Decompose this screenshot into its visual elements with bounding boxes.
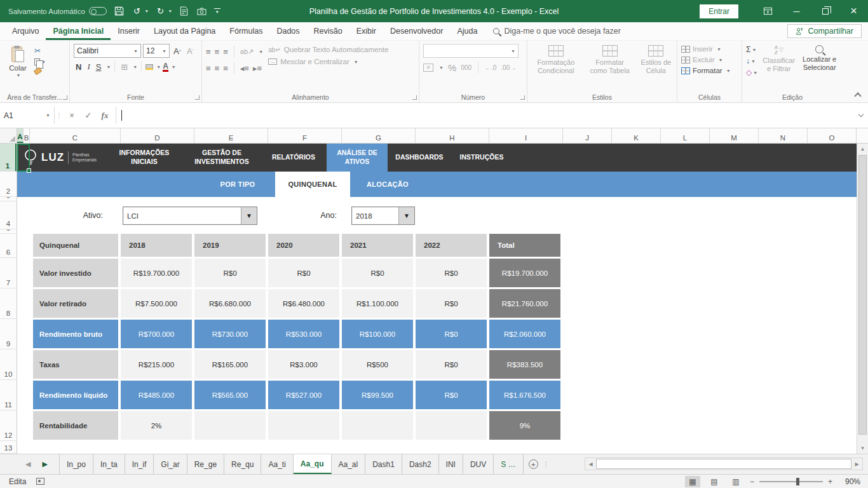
tab-dados[interactable]: Dados (269, 22, 306, 40)
page-break-view-icon[interactable]: ▥ (728, 476, 743, 487)
sheet-tab-in-if[interactable]: In_if (125, 454, 154, 474)
ano-dropdown[interactable]: 2018 ▼ (351, 207, 415, 225)
horizontal-scroll-thumb[interactable] (596, 459, 851, 469)
tab-ajuda[interactable]: Ajuda (450, 22, 484, 40)
align-top-icon[interactable]: ≡ (206, 47, 211, 57)
cancel-entry-icon[interactable]: × (64, 111, 80, 120)
formula-input[interactable] (116, 107, 854, 124)
comma-style-icon[interactable]: 000 (461, 64, 471, 71)
restore-button[interactable] (811, 0, 839, 22)
tab-inserir[interactable]: Inserir (111, 22, 147, 40)
font-color-icon[interactable]: A (163, 62, 168, 72)
column-header-j[interactable]: J (563, 128, 612, 143)
align-center-icon[interactable]: ≡ (215, 64, 220, 73)
ativo-dropdown[interactable]: LCI ▼ (123, 207, 257, 225)
zoom-in-icon[interactable]: + (828, 477, 832, 486)
column-header-a[interactable]: A (17, 128, 24, 143)
column-header-m[interactable]: M (710, 128, 759, 143)
undo-dropdown-icon[interactable]: ▾ (146, 8, 148, 14)
accounting-format-icon[interactable]: ¤ (423, 64, 433, 72)
percent-style-icon[interactable]: % (448, 62, 456, 73)
row-header-6[interactable]: 6 (0, 234, 17, 258)
enter-entry-icon[interactable]: ✓ (80, 111, 97, 120)
fill-button[interactable]: ↓▼ (746, 57, 757, 65)
ano-dropdown-arrow-icon[interactable]: ▼ (398, 207, 414, 224)
sign-in-button[interactable]: Entrar (700, 4, 738, 18)
undo-icon[interactable]: ↺ (132, 6, 142, 17)
subtab-quinquenal[interactable]: QUINQUENAL (275, 172, 350, 197)
customize-qat-icon[interactable]: ▾ (214, 8, 220, 15)
nav-tab-instrucoes[interactable]: INSTRUÇÕES (451, 144, 512, 172)
select-all-corner[interactable] (0, 128, 17, 143)
bold-button[interactable]: N (74, 62, 83, 72)
sheet-tab-re-ge[interactable]: Re_ge (187, 454, 224, 474)
font-dialog-launcher[interactable] (195, 95, 200, 100)
name-box[interactable]: A1 ▼ (0, 107, 55, 124)
row-header-5[interactable]: 5 (0, 229, 17, 234)
normal-view-icon[interactable]: ▦ (685, 476, 700, 487)
font-size-combo[interactable]: 12▼ (143, 44, 170, 58)
sheet-tab-gi-ar[interactable]: Gi_ar (154, 454, 187, 474)
format-as-table-button[interactable]: Formatar como Tabela (587, 45, 633, 75)
column-header-b[interactable]: B (24, 128, 30, 143)
sheet-tab-dash1[interactable]: Dash1 (365, 454, 402, 474)
autosave-toggle[interactable]: Salvamento Automático (8, 7, 107, 15)
number-format-combo[interactable]: ▼ (423, 44, 519, 58)
align-middle-icon[interactable]: ≡ (215, 47, 220, 57)
tab-desenvolvedor[interactable]: Desenvolvedor (383, 22, 450, 40)
paste-button[interactable]: Colar ▼ (4, 44, 32, 92)
align-left-icon[interactable]: ≡ (206, 64, 211, 73)
sheet-tab-s[interactable]: S … (494, 454, 523, 474)
zoom-slider-track[interactable] (759, 481, 823, 482)
find-select-button[interactable]: Localizar e Selecionar (800, 45, 839, 77)
font-name-combo[interactable]: Calibri▼ (74, 44, 141, 58)
page-layout-view-icon[interactable]: ▤ (707, 476, 722, 487)
ribbon-display-options-icon[interactable] (754, 0, 782, 22)
tab-pagina-inicial[interactable]: Página Inicial (46, 22, 111, 40)
conditional-formatting-button[interactable]: Formatação Condicional (531, 45, 581, 75)
nav-tab-gestao-de-investimentos[interactable]: GESTÃO DE INVESTIMENTOS (183, 144, 261, 172)
column-header-l[interactable]: L (661, 128, 710, 143)
autosave-toggle-switch[interactable] (89, 7, 107, 15)
save-icon[interactable] (114, 6, 125, 17)
row-header-8[interactable]: 8 (0, 288, 17, 319)
sheet-tab-in-ta[interactable]: In_ta (93, 454, 125, 474)
italic-button[interactable]: I (85, 62, 92, 72)
tab-exibir[interactable]: Exibir (349, 22, 383, 40)
column-header-h[interactable]: H (416, 128, 489, 143)
sheet-tab-in-po[interactable]: In_po (59, 454, 93, 474)
underline-button[interactable]: S (94, 62, 104, 72)
sheet-tab-aa-ti[interactable]: Aa_ti (261, 454, 293, 474)
redo-icon[interactable]: ↻ (155, 6, 166, 17)
sheet-tab-re-qu[interactable]: Re_qu (224, 454, 261, 474)
nav-tab-dashboards[interactable]: DASHBOARDS (388, 144, 451, 172)
close-button[interactable]: × (839, 0, 868, 22)
autosum-button[interactable]: Σ▼ (746, 45, 757, 54)
name-box-dropdown-icon[interactable]: ▼ (46, 113, 50, 118)
column-header-c[interactable]: C (30, 128, 121, 143)
share-button[interactable]: Compartilhar (787, 24, 862, 38)
row-header-11[interactable]: 11 (0, 380, 17, 410)
collapse-ribbon-icon[interactable] (854, 92, 861, 99)
sheet-tab-dash2[interactable]: Dash2 (402, 454, 439, 474)
scroll-right-icon[interactable]: ▶ (851, 458, 862, 470)
number-dialog-launcher[interactable] (520, 95, 525, 100)
new-sheet-icon[interactable]: + (529, 459, 538, 469)
nav-tab-relatorios[interactable]: RELATÓRIOS (261, 144, 327, 172)
decrease-font-icon[interactable]: Aˇ (185, 46, 196, 56)
insert-function-icon[interactable]: fx (97, 111, 113, 121)
nav-tab-analise-de-ativos[interactable]: ANÁLISE DE ATIVOS (327, 144, 388, 172)
row-header-4[interactable]: 4 (0, 201, 17, 229)
increase-decimal-icon[interactable]: ←.0 (485, 64, 496, 71)
sheet-nav-right-icon[interactable]: ▶ (42, 460, 47, 468)
tab-formulas[interactable]: Fórmulas (222, 22, 269, 40)
scroll-down-icon[interactable]: ▼ (857, 443, 868, 454)
sheet-nav-left-icon[interactable]: ◀ (25, 460, 31, 468)
subtab-alocacao[interactable]: ALOCAÇÃO (350, 172, 425, 197)
tab-arquivo[interactable]: Arquivo (5, 22, 46, 40)
row-header-3[interactable]: 3 (0, 197, 17, 201)
vertical-scrollbar[interactable]: ▲ ▼ (857, 144, 868, 454)
insert-cells-button[interactable]: Inserir▼ (681, 45, 738, 53)
sheet-tab-aa-al[interactable]: Aa_al (332, 454, 366, 474)
row-header-10[interactable]: 10 (0, 349, 17, 380)
